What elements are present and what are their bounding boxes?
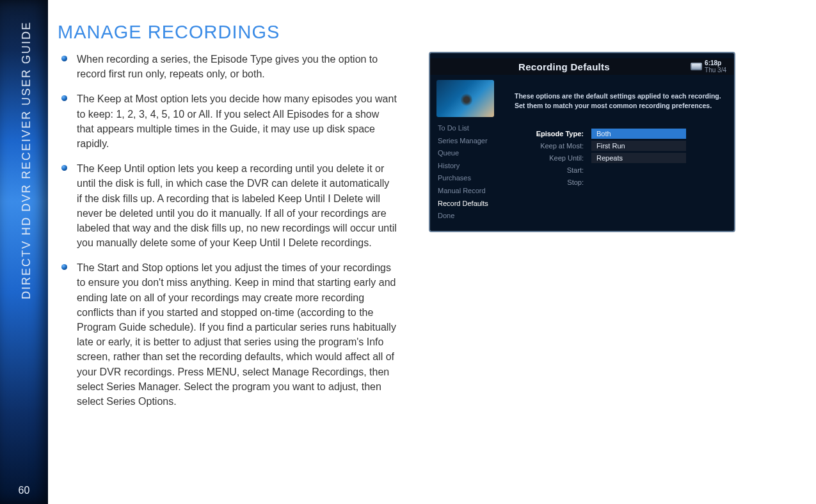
sidebar-item: Purchases (436, 172, 507, 185)
screenshot-preview-thumbnail (436, 80, 494, 117)
form-value-episode-type: Both (591, 129, 686, 139)
bullet-item: The Keep at Most option lets you decide … (58, 91, 397, 151)
screenshot-banner: Recording Defaults 6:18p Thu 3/4 (430, 58, 734, 75)
screenshot-description: These options are the default settings a… (515, 91, 725, 111)
form-label-keep-until: Keep Until: (526, 154, 591, 162)
page-content: MANAGE RECORDINGS When recording a serie… (58, 0, 816, 504)
form-value-keep-at-most: First Run (591, 141, 686, 151)
screenshot-sidebar: To Do List Series Manager Queue History … (436, 122, 507, 223)
bullet-list: When recording a series, the Episode Typ… (58, 52, 397, 409)
sidebar-item: Series Manager (436, 135, 507, 148)
sidebar-item: Done (436, 210, 507, 223)
screenshot-clock: 6:18p Thu 3/4 (705, 59, 726, 74)
clock-time: 6:18p (705, 59, 726, 67)
sidebar-item: History (436, 160, 507, 173)
sidebar-item: Manual Record (436, 185, 507, 198)
page-number: 60 (0, 485, 48, 496)
form-value-keep-until: Repeats (591, 153, 686, 163)
bullet-item: The Start and Stop options let you adjus… (58, 260, 397, 409)
clock-date: Thu 3/4 (705, 67, 726, 74)
form-label-keep-at-most: Keep at Most: (526, 142, 591, 150)
screenshot-form: Episode Type: Both Keep at Most: First R… (526, 127, 686, 188)
side-spine: DIRECTV HD DVR RECEIVER USER GUIDE 60 (0, 0, 48, 504)
spine-label: DIRECTV HD DVR RECEIVER USER GUIDE (20, 21, 33, 299)
sidebar-item: Queue (436, 147, 507, 160)
text-column: When recording a series, the Episode Typ… (58, 52, 397, 419)
sidebar-item-active: Record Defaults (436, 198, 507, 210)
dvr-screenshot: Recording Defaults 6:18p Thu 3/4 To Do L… (429, 52, 735, 232)
directv-logo-icon (691, 63, 702, 70)
form-value-start (591, 165, 686, 175)
sidebar-item: To Do List (436, 122, 507, 135)
form-label-start: Start: (526, 166, 591, 174)
bullet-item: The Keep Until option lets you keep a re… (58, 161, 397, 250)
bullet-item: When recording a series, the Episode Typ… (58, 52, 397, 81)
form-label-episode-type: Episode Type: (526, 130, 591, 138)
screenshot-title: Recording Defaults (438, 61, 691, 72)
form-value-stop (591, 177, 686, 187)
page-heading: MANAGE RECORDINGS (58, 22, 816, 43)
form-label-stop: Stop: (526, 178, 591, 186)
